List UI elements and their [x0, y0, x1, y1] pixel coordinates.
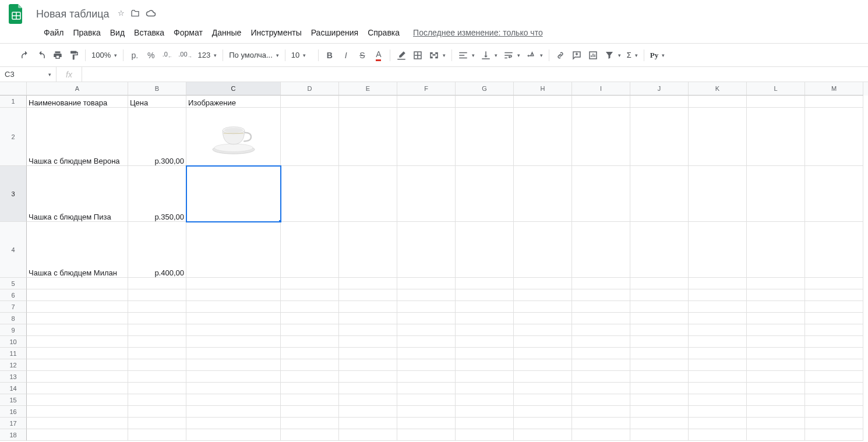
row-header-16[interactable]: 16 [0, 406, 27, 418]
cell-L15[interactable] [747, 394, 805, 406]
cell-F16[interactable] [397, 406, 456, 418]
cell-E14[interactable] [339, 383, 397, 394]
cell-C14[interactable] [186, 383, 281, 394]
v-align-dropdown[interactable] [478, 48, 500, 63]
cell-I12[interactable] [572, 359, 630, 371]
row-header-7[interactable]: 7 [0, 301, 27, 313]
merge-cells-dropdown[interactable] [426, 48, 448, 63]
cell-D8[interactable] [281, 313, 339, 324]
insert-link-button[interactable] [553, 48, 568, 63]
cell-J5[interactable] [630, 278, 689, 289]
cell-G11[interactable] [456, 348, 514, 359]
cell-E6[interactable] [339, 289, 397, 301]
cell-E3[interactable] [339, 166, 397, 222]
cell-E5[interactable] [339, 278, 397, 289]
cell-B17[interactable] [128, 418, 186, 429]
cell-G12[interactable] [456, 359, 514, 371]
cell-J13[interactable] [630, 371, 689, 383]
cell-A14[interactable] [27, 383, 128, 394]
col-header-M[interactable]: M [805, 82, 863, 96]
cell-I4[interactable] [572, 222, 630, 278]
cell-A4[interactable]: Чашка с блюдцем Милан [27, 222, 128, 278]
cell-H12[interactable] [514, 359, 572, 371]
cell-G6[interactable] [456, 289, 514, 301]
cell-G17[interactable] [456, 418, 514, 429]
document-title[interactable]: Новая таблица [33, 7, 113, 22]
undo-button[interactable] [17, 48, 33, 63]
cell-A3[interactable]: Чашка с блюдцем Пиза [27, 166, 128, 222]
cell-E12[interactable] [339, 359, 397, 371]
borders-button[interactable] [410, 48, 425, 63]
cell-F5[interactable] [397, 278, 456, 289]
cell-F18[interactable] [397, 429, 456, 441]
cell-A5[interactable] [27, 278, 128, 289]
cell-L5[interactable] [747, 278, 805, 289]
cell-E1[interactable] [339, 96, 397, 108]
row-header-10[interactable]: 10 [0, 336, 27, 348]
cell-I17[interactable] [572, 418, 630, 429]
cell-F17[interactable] [397, 418, 456, 429]
row-header-4[interactable]: 4 [0, 222, 27, 278]
cell-D3[interactable] [281, 166, 339, 222]
cell-M7[interactable] [805, 301, 863, 313]
cell-D14[interactable] [281, 383, 339, 394]
col-header-K[interactable]: K [689, 82, 747, 96]
cell-G16[interactable] [456, 406, 514, 418]
cell-E17[interactable] [339, 418, 397, 429]
cell-C4[interactable] [186, 222, 281, 278]
currency-button[interactable]: р. [127, 48, 142, 63]
cell-J10[interactable] [630, 336, 689, 348]
cell-I6[interactable] [572, 289, 630, 301]
decrease-decimal-button[interactable]: .0← [160, 48, 175, 63]
cell-A7[interactable] [27, 301, 128, 313]
cell-M16[interactable] [805, 406, 863, 418]
cell-K1[interactable] [689, 96, 747, 108]
cell-D6[interactable] [281, 289, 339, 301]
cell-M4[interactable] [805, 222, 863, 278]
cell-H18[interactable] [514, 429, 572, 441]
cell-G3[interactable] [456, 166, 514, 222]
cell-D2[interactable] [281, 108, 339, 166]
cell-M14[interactable] [805, 383, 863, 394]
cell-H13[interactable] [514, 371, 572, 383]
menu-tools[interactable]: Инструменты [246, 26, 305, 40]
cell-E18[interactable] [339, 429, 397, 441]
cell-K11[interactable] [689, 348, 747, 359]
menu-format[interactable]: Формат [170, 26, 207, 40]
cell-G9[interactable] [456, 324, 514, 336]
row-header-1[interactable]: 1 [0, 96, 27, 108]
cell-K18[interactable] [689, 429, 747, 441]
cell-L11[interactable] [747, 348, 805, 359]
cell-A11[interactable] [27, 348, 128, 359]
cell-M6[interactable] [805, 289, 863, 301]
cell-H17[interactable] [514, 418, 572, 429]
cell-K16[interactable] [689, 406, 747, 418]
cell-E9[interactable] [339, 324, 397, 336]
cell-K15[interactable] [689, 394, 747, 406]
cell-C8[interactable] [186, 313, 281, 324]
cell-I9[interactable] [572, 324, 630, 336]
cell-I2[interactable] [572, 108, 630, 166]
cell-F9[interactable] [397, 324, 456, 336]
text-rotation-dropdown[interactable] [524, 48, 545, 63]
cell-B5[interactable] [128, 278, 186, 289]
cell-A17[interactable] [27, 418, 128, 429]
insert-comment-button[interactable] [569, 48, 584, 63]
cell-B8[interactable] [128, 313, 186, 324]
cell-B16[interactable] [128, 406, 186, 418]
italic-button[interactable]: I [338, 48, 354, 63]
cell-L18[interactable] [747, 429, 805, 441]
cell-L17[interactable] [747, 418, 805, 429]
cell-A15[interactable] [27, 394, 128, 406]
cell-B3[interactable]: р.350,00 [128, 166, 186, 222]
star-icon[interactable]: ☆ [118, 9, 125, 20]
cell-F3[interactable] [397, 166, 456, 222]
cell-E7[interactable] [339, 301, 397, 313]
cell-L12[interactable] [747, 359, 805, 371]
cell-K9[interactable] [689, 324, 747, 336]
cell-J12[interactable] [630, 359, 689, 371]
cell-L8[interactable] [747, 313, 805, 324]
cell-F8[interactable] [397, 313, 456, 324]
text-wrap-dropdown[interactable] [501, 48, 523, 63]
cell-H8[interactable] [514, 313, 572, 324]
